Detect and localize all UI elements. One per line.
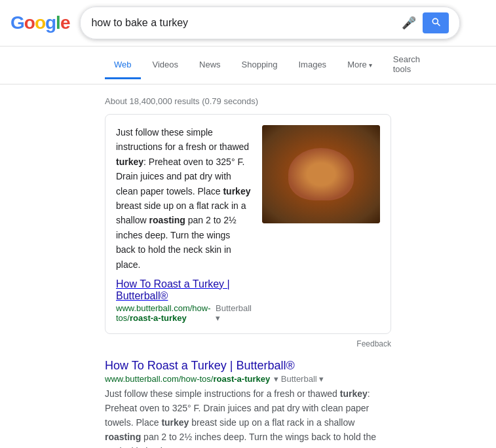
featured-source: Butterball ▾ [216, 303, 252, 323]
tab-images[interactable]: Images [289, 52, 335, 79]
header: Google 🎤 [0, 0, 496, 47]
featured-snippet-content: Just follow these simple instructions fo… [116, 125, 252, 323]
featured-snippet: Just follow these simple instructions fo… [105, 114, 391, 334]
tab-shopping[interactable]: Shopping [233, 52, 287, 79]
tab-web[interactable]: Web [105, 52, 141, 79]
featured-image [262, 125, 380, 223]
google-logo: Google [10, 12, 69, 33]
result-1-url: www.butterball.com/how-tos/roast-a-turke… [105, 374, 270, 384]
search-button[interactable] [423, 12, 449, 33]
tab-videos[interactable]: Videos [143, 52, 188, 79]
results-area: About 18,400,000 results (0.79 seconds) … [0, 84, 496, 448]
search-bar: 🎤 [80, 7, 460, 39]
tab-search-tools[interactable]: Search tools [384, 47, 429, 84]
more-chevron-icon [369, 60, 372, 69]
tab-news[interactable]: News [190, 52, 230, 79]
results-count: About 18,400,000 results (0.79 seconds) [105, 90, 391, 114]
featured-url-row: www.butterball.com/how-tos/roast-a-turke… [116, 303, 252, 323]
microphone-icon[interactable]: 🎤 [402, 16, 416, 30]
search-input[interactable] [91, 17, 402, 29]
search-result-1: How To Roast a Turkey | Butterball® www.… [105, 348, 391, 448]
result-1-source: ▾ Butterball ▾ [274, 374, 324, 384]
featured-snippet-text: Just follow these simple instructions fo… [116, 125, 252, 272]
feedback-link[interactable]: Feedback [105, 339, 391, 348]
result-1-title[interactable]: How To Roast a Turkey | Butterball® [105, 359, 391, 373]
featured-snippet-link[interactable]: How To Roast a Turkey | Butterball® [116, 278, 252, 302]
nav-tabs: Web Videos News Shopping Images More Sea… [0, 47, 496, 84]
featured-url: www.butterball.com/how-tos/roast-a-turke… [116, 303, 212, 323]
featured-link-title: How To Roast a Turkey | Butterball® [116, 278, 230, 301]
result-1-snippet: Just follow these simple instructions fo… [105, 386, 391, 448]
result-1-url-row: www.butterball.com/how-tos/roast-a-turke… [105, 374, 391, 384]
tab-more[interactable]: More [338, 52, 381, 79]
